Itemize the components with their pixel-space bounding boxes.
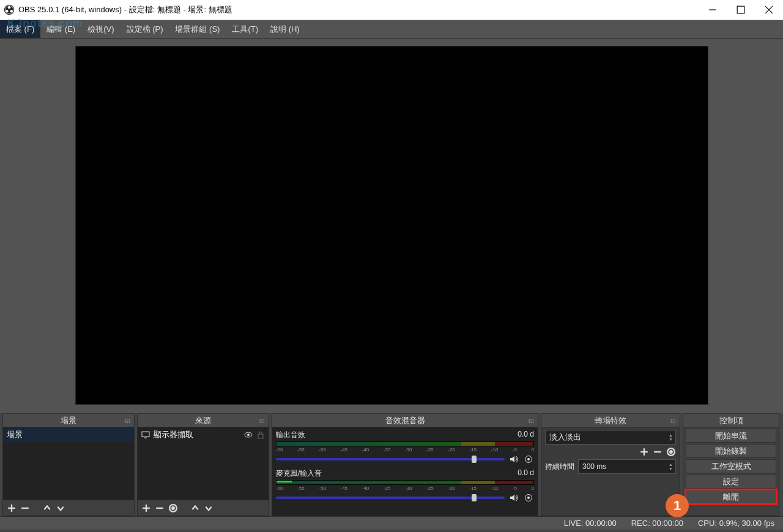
exit-button[interactable]: 離開 [686,490,776,504]
svg-point-2 [8,6,11,9]
scenes-panel: 場景 ◱ 場景 [2,413,135,516]
lock-icon[interactable] [256,430,265,439]
svg-point-33 [670,451,672,453]
sources-list[interactable]: 顯示器擷取 [138,427,269,500]
mixer-panel-header[interactable]: 音效混音器 ◱ [272,414,538,427]
controls-panel-title: 控制項 [719,415,743,426]
duration-value: 300 ms [582,462,606,471]
meter-ticks: -60-55-50-45-40-35-30-25-20-15-10-50 [276,447,534,453]
status-cpu: CPU: 0.9%, 30.00 fps [698,519,774,528]
transition-properties-button[interactable] [666,447,676,457]
mixer-item: 麥克風/輸入音 0.0 d -60-55-50-45-40-35-30-25-2… [276,468,534,503]
mixer-level: 0.0 d [518,468,534,479]
mixer-item: 輸出音效 0.0 d -60-55-50-45-40-35-30-25-20-1… [276,430,534,465]
eye-icon[interactable] [244,430,253,439]
gear-icon[interactable] [523,454,534,465]
svg-point-25 [527,458,530,460]
source-item[interactable]: 顯示器擷取 [138,427,269,442]
obs-icon [4,4,15,15]
window-title: OBS 25.0.1 (64-bit, windows) - 設定檔: 無標題 … [18,4,232,15]
chevron-up-down-icon: ▲▼ [669,433,673,441]
status-live: LIVE: 00:00:00 [564,519,617,528]
sources-panel-title: 來源 [195,415,211,426]
mixer-label: 麥克風/輸入音 [276,468,322,479]
duration-input[interactable]: 300 ms ▲▼ [578,459,676,474]
menubar: 檔案 (F) 編輯 (E) 檢視(V) 設定檔 (P) 場景群組 (S) 工具(… [0,20,783,39]
gear-icon[interactable] [523,492,534,503]
menu-help[interactable]: 說明 (H) [264,20,306,38]
speaker-icon[interactable] [508,492,519,503]
source-properties-button[interactable] [168,503,178,513]
bottom-panels: 場景 ◱ 場景 來源 ◱ 顯示器擷取 [0,413,783,516]
scenes-toolbar [3,500,134,515]
scenes-list[interactable]: 場景 [3,427,134,500]
dock-icon[interactable]: ◱ [670,418,676,424]
volume-slider[interactable] [276,458,505,460]
transition-selected: 淡入淡出 [549,432,581,443]
svg-point-16 [247,434,250,436]
settings-button[interactable]: 設定 [686,475,776,489]
audio-meter [276,480,534,485]
menu-edit[interactable]: 編輯 (E) [40,20,81,38]
svg-point-28 [527,497,530,499]
svg-point-5 [8,9,10,11]
volume-slider[interactable] [276,497,505,499]
remove-transition-button[interactable] [653,447,662,457]
menu-scene-collection[interactable]: 場景群組 (S) [169,20,226,38]
move-scene-down-button[interactable] [56,503,65,513]
transition-select[interactable]: 淡入淡出 ▲▼ [545,430,676,445]
status-rec: REC: 00:00:00 [631,519,683,528]
dock-icon[interactable]: ◱ [259,418,265,424]
scenes-panel-header[interactable]: 場景 ◱ [3,414,134,427]
add-scene-button[interactable] [7,503,17,513]
add-transition-button[interactable] [639,447,649,457]
display-icon [141,430,150,439]
dock-icon[interactable]: ◱ [125,418,130,424]
svg-marker-23 [510,456,514,462]
svg-point-4 [10,10,13,13]
titlebar: OBS 25.0.1 (64-bit, windows) - 設定檔: 無標題 … [0,0,783,20]
svg-rect-7 [737,6,744,13]
close-button[interactable] [755,0,783,20]
remove-source-button[interactable] [155,503,165,513]
svg-point-22 [172,507,174,509]
menu-file[interactable]: 檔案 (F) [0,20,40,38]
meter-ticks: -60-55-50-45-40-35-30-25-20-15-10-50 [276,486,534,491]
scene-item[interactable]: 場景 [3,427,134,442]
start-record-button[interactable]: 開始錄製 [686,444,776,458]
statusbar: LIVE: 00:00:00 REC: 00:00:00 CPU: 0.9%, … [0,516,783,530]
dock-icon[interactable]: ◱ [529,418,534,424]
source-label: 顯示器擷取 [154,429,193,440]
mixer-list: 輸出音效 0.0 d -60-55-50-45-40-35-30-25-20-1… [272,427,538,515]
svg-point-3 [6,10,9,13]
audio-meter [276,441,534,446]
remove-scene-button[interactable] [20,503,30,513]
move-source-up-button[interactable] [190,503,200,513]
svg-marker-26 [510,495,514,501]
svg-rect-13 [142,432,149,437]
controls-panel-header[interactable]: 控制項 [683,414,779,427]
menu-profile[interactable]: 設定檔 (P) [121,20,169,38]
speaker-icon[interactable] [508,454,519,465]
annotation-badge: 1 [666,494,689,517]
move-source-down-button[interactable] [204,503,213,513]
sources-panel: 來源 ◱ 顯示器擷取 [137,413,269,516]
mixer-level: 0.0 d [518,430,534,440]
mixer-panel: 音效混音器 ◱ 輸出音效 0.0 d -60-55-50-45-40-35-30… [272,413,538,516]
svg-rect-17 [258,434,263,438]
sources-panel-header[interactable]: 來源 ◱ [138,414,269,427]
move-scene-up-button[interactable] [42,503,52,513]
transitions-panel-header[interactable]: 轉場特效 ◱ [541,414,680,427]
menu-view[interactable]: 檢視(V) [81,20,120,38]
menu-tools[interactable]: 工具(T) [226,20,264,38]
scenes-panel-title: 場景 [61,415,76,426]
studio-mode-button[interactable]: 工作室模式 [686,459,776,473]
duration-label: 持續時間 [545,462,574,472]
maximize-button[interactable] [727,0,755,20]
preview-area [0,39,783,413]
minimize-button[interactable] [699,0,727,20]
preview-canvas[interactable] [75,46,708,405]
start-stream-button[interactable]: 開始串流 [686,429,776,443]
chevron-up-down-icon: ▲▼ [669,462,673,471]
add-source-button[interactable] [141,503,151,513]
